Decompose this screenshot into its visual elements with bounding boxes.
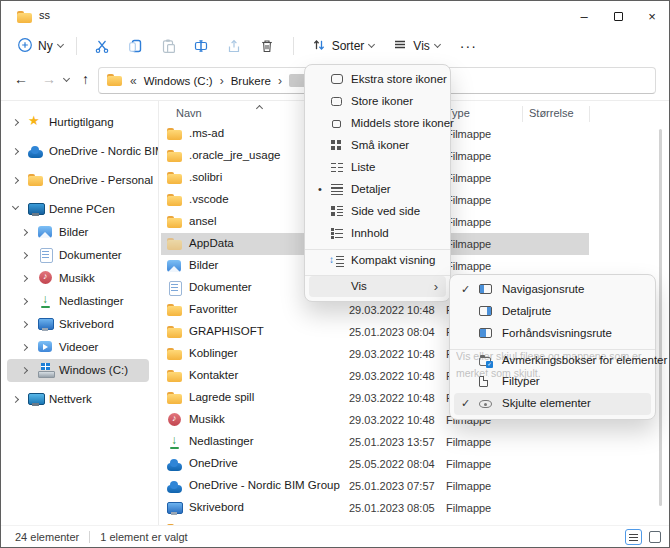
column-header-name[interactable]: Navn — [176, 107, 202, 119]
expand-chevron-icon[interactable] — [21, 229, 28, 236]
cut-button[interactable] — [86, 38, 119, 54]
forward-button[interactable]: → — [42, 71, 56, 87]
menu-item[interactable]: Liste — [305, 157, 450, 179]
submenu-item[interactable]: Avmerkingsbokser for elementer — [450, 349, 655, 371]
window-controls: – × — [567, 1, 669, 31]
file-type: Filmappe — [446, 216, 491, 228]
new-button[interactable]: Ny — [13, 37, 67, 55]
menu-item[interactable]: Små ikoner — [305, 135, 450, 157]
expand-chevron-icon[interactable] — [12, 396, 19, 403]
expand-chevron-icon[interactable] — [12, 148, 19, 155]
breadcrumb-overflow[interactable]: « — [130, 74, 137, 88]
sidebar-item[interactable]: Videoer — [1, 336, 158, 359]
file-row[interactable]: OneDrive - Nordic BIM Group 25.01.2023 0… — [159, 475, 669, 497]
file-icon — [167, 237, 183, 251]
sidebar-item-label: Skrivebord — [59, 318, 114, 330]
file-name: Kontakter — [189, 369, 238, 381]
up-button[interactable]: ↑ — [82, 71, 89, 87]
breadcrumb-drive[interactable]: Windows (C:) — [144, 75, 213, 87]
menu-item[interactable]: Vis — [305, 275, 450, 297]
expand-chevron-icon[interactable] — [12, 119, 19, 126]
sidebar-item[interactable]: OneDrive - Personal — [1, 169, 158, 192]
file-name: Musikk — [189, 413, 225, 425]
file-name: Bilder — [189, 259, 218, 271]
rename-button[interactable] — [185, 38, 218, 54]
maximize-button[interactable] — [601, 1, 635, 31]
sidebar-item-icon — [38, 225, 54, 239]
submenu-item[interactable]: Skjulte elementer — [450, 393, 655, 415]
menu-item[interactable]: Kompakt visning — [305, 249, 450, 271]
sidebar-item[interactable]: Nedlastinger — [1, 290, 158, 313]
sidebar-item[interactable]: Nettverk — [1, 388, 158, 411]
menu-item-icon — [332, 120, 341, 128]
submenu-item[interactable]: Detaljrute — [450, 301, 655, 323]
expand-chevron-icon[interactable] — [21, 298, 28, 305]
sidebar-item-icon — [38, 317, 54, 331]
menu-item[interactable]: Middels store ikoner — [305, 113, 450, 135]
menu-item[interactable]: Ekstra store ikoner — [305, 69, 450, 91]
menu-item[interactable]: Store ikoner — [305, 91, 450, 113]
file-row[interactable]: OneDrive 25.05.2022 08:04 Filmappe — [159, 453, 669, 475]
expand-chevron-icon[interactable] — [21, 321, 28, 328]
expand-chevron-icon[interactable] — [12, 203, 19, 210]
checkmark-icon — [459, 283, 472, 296]
copy-button[interactable] — [119, 38, 152, 54]
close-button[interactable]: × — [635, 1, 669, 31]
file-icon — [167, 479, 183, 493]
expand-chevron-icon[interactable] — [21, 275, 28, 282]
new-icon — [17, 37, 33, 55]
sidebar-item[interactable]: Windows (C:) — [1, 359, 158, 382]
details-view-toggle[interactable] — [625, 529, 642, 545]
expand-chevron-icon[interactable] — [21, 252, 28, 259]
share-button[interactable] — [218, 38, 251, 54]
menu-item-icon — [331, 184, 343, 195]
menu-item[interactable]: Innhold — [305, 223, 450, 245]
file-name: .vscode — [189, 193, 229, 205]
submenu-item[interactable]: Filtyper — [450, 371, 655, 393]
file-icon — [167, 369, 183, 383]
sidebar-item-icon — [28, 202, 44, 216]
column-divider[interactable] — [589, 106, 590, 122]
maximize-icon — [614, 12, 623, 21]
thumbnails-view-toggle[interactable] — [649, 531, 661, 543]
back-button[interactable]: ← — [14, 71, 28, 87]
menu-item[interactable]: Side ved side — [305, 201, 450, 223]
sidebar-item[interactable]: Bilder — [1, 221, 158, 244]
menu-item-label: Innhold — [351, 227, 389, 239]
paste-button[interactable] — [152, 38, 185, 54]
sidebar-item[interactable]: Dokumenter — [1, 244, 158, 267]
file-row[interactable]: Skrivebord 25.01.2023 08:05 Filmappe — [159, 497, 669, 519]
breadcrumb-users[interactable]: Brukere — [231, 75, 271, 87]
menu-item-icon — [331, 74, 343, 84]
sidebar-item[interactable]: Skrivebord — [1, 313, 158, 336]
submenu-item[interactable]: Navigasjonsrute — [450, 279, 655, 301]
file-name: Nedlastinger — [189, 435, 254, 447]
sidebar-item[interactable]: Hurtigtilgang — [1, 111, 158, 134]
file-date-modified: 29.03.2022 10:48 — [349, 348, 435, 360]
more-options-button[interactable]: ··· — [460, 38, 477, 54]
column-header-size[interactable]: Størrelse — [529, 107, 574, 119]
sidebar-item[interactable]: OneDrive - Nordic BIM Group — [1, 140, 158, 163]
delete-button[interactable] — [251, 38, 284, 54]
sidebar-item[interactable]: Denne PCen — [1, 198, 158, 221]
menu-item-icon — [331, 228, 343, 239]
file-row[interactable]: Nedlastinger 25.01.2023 13:57 Filmappe — [159, 431, 669, 453]
sidebar-item[interactable]: Musikk — [1, 267, 158, 290]
vertical-scrollbar[interactable] — [659, 129, 662, 506]
recent-locations-chevron[interactable] — [63, 75, 70, 82]
file-name: OneDrive - Nordic BIM Group — [189, 479, 340, 491]
submenu-item[interactable]: Forhåndsvisningsrute — [450, 323, 655, 345]
menu-item[interactable]: Detaljer — [305, 179, 450, 201]
minimize-button[interactable]: – — [567, 1, 601, 31]
sidebar-item-label: Nettverk — [49, 393, 92, 405]
sort-button[interactable]: Sorter — [307, 37, 379, 55]
menu-item-label: Små ikoner — [351, 139, 409, 151]
view-button[interactable]: Vis — [388, 37, 443, 55]
column-divider[interactable] — [522, 106, 523, 122]
sidebar-item-icon — [38, 248, 54, 262]
expand-chevron-icon[interactable] — [21, 367, 28, 374]
expand-chevron-icon[interactable] — [21, 344, 28, 351]
expand-chevron-icon[interactable] — [12, 177, 19, 184]
chevron-down-icon — [434, 41, 441, 48]
breadcrumb-separator: › — [278, 74, 282, 88]
